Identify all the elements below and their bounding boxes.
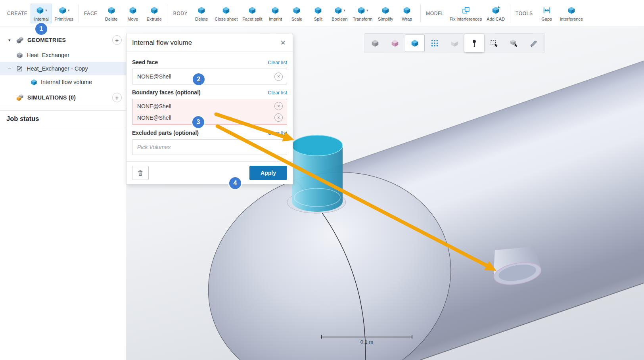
toolbar-button-label: Split (314, 17, 322, 21)
seed-face-top[interactable] (292, 135, 343, 156)
seed-face-value: NONE@Shell (137, 73, 274, 80)
toolbar-button-label: Delete (105, 17, 118, 21)
toolbar-button-body-scale[interactable]: Scale (286, 4, 307, 23)
tree-item-label: Heat_Exchanger - Copy (27, 65, 88, 72)
toolbar-button-body-split[interactable]: Split (307, 4, 329, 23)
wrap-icon (402, 6, 411, 15)
viewport-button-edge-display-cube[interactable] (445, 34, 464, 52)
step-badge-1: 1 (35, 23, 47, 35)
toolbar-group-label-face: FACE (84, 11, 98, 16)
viewport-button-vertex-display-grid[interactable] (425, 34, 445, 52)
viewport-button-body-display-cube[interactable] (385, 34, 405, 52)
toolbar-button-label: Facet split (242, 17, 262, 21)
geometries-icon (16, 36, 24, 44)
box-select-icon (490, 39, 498, 48)
internal-icon (36, 6, 44, 15)
toolbar-button-label: Scale (291, 17, 303, 21)
facet-split-icon (248, 6, 257, 15)
remove-boundary-face-icon[interactable]: × (274, 113, 283, 122)
toolbar-group-label-tools: TOOLS (516, 11, 533, 16)
toolbar-button-body-imprint[interactable]: Imprint (264, 4, 286, 23)
viewport-button-view-cube[interactable] (365, 34, 385, 52)
boundary-face-row-1[interactable]: NONE@Shell× (132, 100, 287, 112)
toolbar-button-tools-interference[interactable]: Interference (558, 4, 586, 23)
inlet-nozzle-highlighted[interactable] (287, 135, 346, 213)
main-toolbar: CREATE▾Internal▾PrimitivesFACEDeleteMove… (0, 0, 644, 27)
toolbar-button-body-facet-split[interactable]: Facet split (240, 4, 264, 23)
remove-seed-face-icon[interactable]: × (274, 73, 283, 81)
toolbar-button-body-delete[interactable]: Delete (191, 4, 212, 23)
vertex-display-grid-icon (430, 39, 439, 48)
job-status-header[interactable]: Job status (0, 110, 126, 127)
remove-boundary-face-icon[interactable]: × (274, 102, 283, 110)
chevron-down-icon[interactable]: ▾ (6, 38, 13, 43)
toolbar-button-label: Transform (353, 17, 372, 21)
add-geometries-button[interactable]: + (112, 35, 122, 45)
viewport-button-face-display-cube[interactable] (405, 34, 425, 52)
tree-item-heat-exchanger[interactable]: Heat_Exchanger (0, 48, 126, 62)
seed-face-clear-list-link[interactable]: Clear list (268, 60, 287, 65)
section-cut-icon (529, 39, 538, 48)
toolbar-button-create-internal[interactable]: ▾Internal (31, 4, 52, 23)
toolbar-button-face-extrude[interactable]: Extrude (144, 4, 165, 23)
chevron-down-icon[interactable]: ▾ (68, 8, 70, 12)
viewport-button-probe-pin[interactable] (464, 34, 484, 52)
toolbar-separator (79, 4, 79, 23)
tree-item-heat-exchanger-copy[interactable]: −Heat_Exchanger - Copy (0, 62, 126, 75)
delete-icon (197, 6, 206, 15)
interference-icon (567, 6, 576, 15)
dialog-title: Internal flow volume (132, 39, 192, 47)
probe-pin-icon (470, 39, 479, 48)
seed-face-picker[interactable]: NONE@Shell × (132, 69, 287, 84)
imprint-icon (271, 6, 280, 15)
simplify-icon (381, 6, 390, 15)
viewport-button-select-body[interactable] (504, 34, 524, 52)
toolbar-button-body-boolean[interactable]: ▾Boolean (329, 4, 350, 23)
tree-item-label: Heat_Exchanger (27, 52, 69, 58)
collapse-toggle-icon[interactable]: − (6, 66, 13, 72)
boundary-faces-list[interactable]: NONE@Shell×NONE@Shell× (132, 99, 287, 125)
job-status-label: Job status (6, 115, 39, 122)
chevron-down-icon[interactable]: ▾ (366, 8, 368, 12)
excluded-parts-input[interactable] (132, 139, 287, 155)
chevron-down-icon[interactable]: ▾ (343, 8, 345, 12)
tree-item-label: Internal flow volume (41, 79, 92, 85)
boundary-face-row-2[interactable]: NONE@Shell× (132, 112, 287, 123)
viewport-button-box-select[interactable] (484, 34, 504, 52)
split-icon (314, 6, 322, 15)
primitives-icon (58, 6, 67, 15)
toolbar-button-face-delete[interactable]: Delete (101, 4, 122, 23)
add-simulations-0-button[interactable]: + (112, 93, 122, 102)
toolbar-button-label: Simplify (378, 17, 393, 21)
step-badge-3: 3 (192, 116, 204, 128)
toolbar-button-create-primitives[interactable]: ▾Primitives (52, 4, 76, 23)
delete-feature-button[interactable] (132, 166, 149, 180)
toolbar-button-body-wrap[interactable]: Wrap (396, 4, 418, 23)
boolean-icon (334, 6, 343, 15)
toolbar-button-label: Wrap (402, 17, 412, 21)
toolbar-button-body-close-sheet[interactable]: Close sheet (212, 4, 240, 23)
toolbar-group-label-body: BODY (173, 11, 188, 16)
viewport-button-section-cut[interactable] (524, 34, 544, 52)
apply-button[interactable]: Apply (249, 166, 287, 180)
toolbar-button-model-add-cad[interactable]: +Add CAD (484, 4, 507, 23)
section-label: SIMULATIONS (0) (27, 94, 76, 101)
sidebar-section-simulations-0[interactable]: SIMULATIONS (0)+ (0, 89, 126, 106)
chevron-down-icon[interactable]: ▾ (45, 8, 47, 12)
toolbar-button-tools-gaps[interactable]: Gaps (536, 4, 558, 23)
tree-item-internal-flow-volume[interactable]: Internal flow volume (0, 75, 126, 89)
boundary-faces-clear-list-link[interactable]: Clear list (268, 90, 287, 96)
excluded-parts-clear-list-link[interactable]: Clear list (268, 130, 287, 136)
toolbar-button-body-transform[interactable]: ▾Transform (350, 4, 375, 23)
toolbar-button-label: Fix interferences (450, 17, 482, 21)
svg-text:+: + (498, 6, 500, 10)
close-icon[interactable]: × (278, 38, 288, 48)
toolbar-button-face-move[interactable]: Move (122, 4, 144, 23)
move-icon (128, 6, 137, 15)
toolbar-button-body-simplify[interactable]: Simplify (375, 4, 396, 23)
toolbar-button-label: Move (127, 17, 138, 21)
sidebar-section-geometries[interactable]: ▾GEOMETRIES+ (0, 32, 126, 48)
dialog-header: Internal flow volume × (126, 34, 293, 52)
toolbar-button-model-fix-interferences[interactable]: Fix interferences (447, 4, 484, 23)
toolbar-button-label: Primitives (54, 17, 73, 21)
